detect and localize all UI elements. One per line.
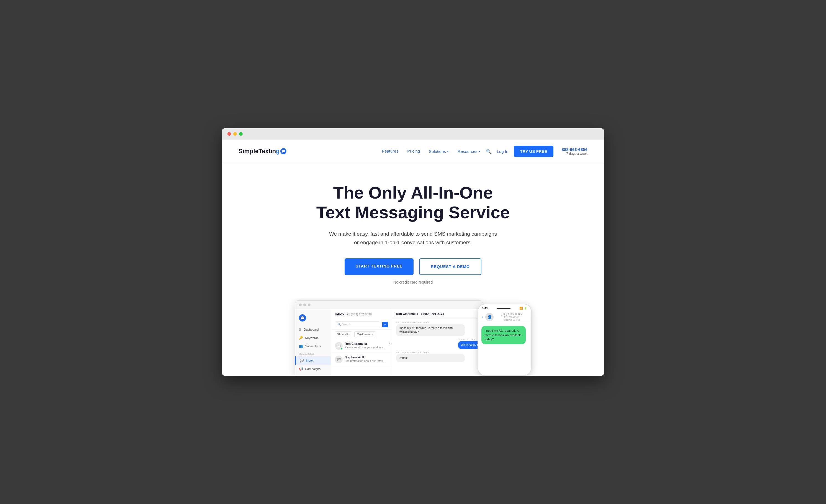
phone-green-bubble: I need my AC repaired. Is there a techni…	[481, 326, 526, 344]
phone-notch	[497, 308, 511, 309]
keywords-icon: 🔑	[299, 336, 303, 340]
phone-hours: 7 days a week	[566, 152, 588, 155]
chat-label-1: Ron Ciaramella Mar 25, 11:09 AM	[396, 321, 465, 324]
battery-icon: 🔋	[524, 307, 527, 310]
nav-pricing[interactable]: Pricing	[407, 149, 420, 153]
inbox-phone-number: +1 (833) 602-8038	[347, 313, 372, 316]
filter-show-all[interactable]: Show all	[335, 331, 352, 337]
sidebar-subscribers-label: Subscribers	[305, 344, 321, 348]
filter-row: Show all Most recent	[331, 330, 392, 339]
avatar-stephen: SW	[335, 356, 343, 363]
preview-section: 💬 ⊞ Dashboard 🔑 Keywords 👥 Subscrib	[222, 298, 604, 376]
phone-contact-info: (833) 602-8038 > Text Message Today 2:50…	[496, 313, 527, 321]
filter-most-recent[interactable]: Most recent	[354, 331, 375, 337]
search-icon[interactable]: 🔍	[486, 149, 491, 154]
try-us-free-button[interactable]: TRY US FREE	[514, 146, 553, 157]
page-content: SimpleTexting 💬 Features Pricing Solutio…	[222, 139, 604, 376]
phone-back-button[interactable]: ‹	[482, 315, 483, 319]
nav-login[interactable]: Log In	[497, 149, 509, 154]
browser-close-dot[interactable]	[227, 132, 231, 136]
phone-status-bar: 5:41 📶 🔋	[478, 304, 531, 311]
conversation-item-stephen[interactable]: SW Stephen Wolf For information about ou…	[331, 353, 392, 366]
sidebar-subscribers[interactable]: 👥 Subscribers	[295, 342, 331, 350]
convo-time-ron: 3m	[389, 342, 392, 345]
phone-status-icons: 📶 🔋	[519, 307, 527, 310]
conversation-list-panel: Inbox +1 (833) 602-8038 🔍 Search ✏ Show …	[331, 309, 392, 376]
navbar: SimpleTexting 💬 Features Pricing Solutio…	[222, 139, 604, 164]
phone-contact-avatar: 👤	[485, 313, 493, 321]
request-demo-button[interactable]: REQUEST A DEMO	[419, 258, 481, 275]
phone-time: 5:41	[482, 307, 488, 310]
phone-messages: I need my AC repaired. Is there a techni…	[478, 323, 531, 347]
convo-name-stephen: Stephen Wolf	[345, 356, 388, 359]
convo-preview-stephen: For information about our rates, plea...	[345, 360, 387, 363]
hero-subtitle: We make it easy, fast and affordable to …	[327, 230, 499, 247]
inbox-icon: 💬	[300, 359, 304, 363]
app-sidebar: 💬 ⊞ Dashboard 🔑 Keywords 👥 Subscrib	[295, 309, 331, 376]
chat-msg-received-2: Ron Ciaramella Mar 25, 11:06 AM Perfect	[396, 351, 465, 362]
convo-name-ron: Ron Ciaramella	[345, 342, 387, 345]
wifi-icon: 📶	[519, 307, 523, 310]
sidebar-campaigns[interactable]: 📢 Campaigns	[295, 365, 331, 373]
browser-chrome	[222, 128, 604, 139]
search-placeholder: Search	[342, 323, 351, 326]
sidebar-inbox-label: Inbox	[306, 359, 313, 362]
online-indicator	[341, 348, 343, 350]
compose-button[interactable]: ✏	[382, 322, 388, 327]
sidebar-logo: 💬	[295, 313, 331, 325]
start-texting-button[interactable]: START TEXTING FREE	[345, 258, 414, 275]
phone-type-label: Text Message	[496, 316, 527, 318]
convo-preview-ron: Please send over your address and...	[345, 346, 387, 349]
inbox-search[interactable]: 🔍 Search	[335, 321, 380, 327]
phone-chat-header: ‹ 👤 (833) 602-8038 > Text Message Today …	[478, 311, 531, 323]
conversation-item-ron[interactable]: RO Ron Ciaramella Please send over your …	[331, 339, 392, 353]
nav-resources[interactable]: Resources	[458, 149, 480, 154]
sidebar-campaigns-label: Campaigns	[305, 367, 321, 371]
hero-title: The Only All-In-One Text Messaging Servi…	[238, 183, 588, 223]
nav-links: Features Pricing Solutions Resources	[382, 149, 480, 154]
nav-features[interactable]: Features	[382, 149, 398, 153]
desktop-app-mockup: 💬 ⊞ Dashboard 🔑 Keywords 👥 Subscrib	[295, 301, 483, 376]
sidebar-dashboard[interactable]: ⊞ Dashboard	[295, 325, 331, 334]
logo[interactable]: SimpleTexting 💬	[238, 147, 286, 155]
sidebar-dashboard-label: Dashboard	[304, 328, 319, 331]
browser-minimize-dot[interactable]	[233, 132, 237, 136]
chat-messages: Ron Ciaramella Mar 25, 11:09 AM I need m…	[392, 318, 483, 376]
sidebar-messages-label: Messages	[295, 350, 331, 357]
phone-number: 888-663-6856	[562, 147, 588, 152]
hero-section: The Only All-In-One Text Messaging Servi…	[222, 164, 604, 298]
sidebar-keywords[interactable]: 🔑 Keywords	[295, 334, 331, 342]
chat-header: Ron Ciaramella +1 (954) 701-2171	[392, 309, 483, 318]
phone-mockup: 5:41 📶 🔋 ‹ 👤 (833) 602-8038 > Text Messa…	[478, 304, 532, 376]
app-body: 💬 ⊞ Dashboard 🔑 Keywords 👥 Subscrib	[295, 309, 483, 376]
convo-info-stephen: Stephen Wolf For information about our r…	[345, 356, 388, 363]
sidebar-keywords-label: Keywords	[305, 336, 318, 339]
search-icon-small: 🔍	[337, 323, 341, 326]
phone-contact-number: (833) 602-8038 >	[496, 313, 527, 316]
mock-dot-2	[303, 304, 306, 306]
avatar-ron: RO	[335, 342, 343, 350]
phone-received-msg: I need my AC repaired. Is there a techni…	[481, 326, 526, 344]
chat-label-3: Ron Ciaramella Mar 25, 11:06 AM	[396, 351, 465, 354]
inbox-header: Inbox +1 (833) 602-8038	[331, 309, 392, 319]
convo-info-ron: Ron Ciaramella Please send over your add…	[345, 342, 387, 349]
mock-dot-1	[299, 304, 302, 306]
subscribers-icon: 👥	[299, 344, 303, 348]
browser-window: SimpleTexting 💬 Features Pricing Solutio…	[222, 128, 604, 376]
inbox-toolbar: 🔍 Search ✏	[331, 319, 392, 330]
chat-bubble-received-1: I need my AC repaired. Is there a techni…	[396, 324, 465, 336]
conversation-list: RO Ron Ciaramella Please send over your …	[331, 339, 392, 366]
chat-msg-received-1: Ron Ciaramella Mar 25, 11:09 AM I need m…	[396, 321, 465, 336]
phone-info: 888-663-6856 7 days a week	[562, 147, 588, 155]
dashboard-icon: ⊞	[299, 328, 302, 331]
chat-bubble-received-2: Perfect	[396, 354, 465, 362]
sidebar-logo-icon: 💬	[299, 314, 306, 321]
logo-icon: 💬	[280, 148, 286, 154]
nav-solutions[interactable]: Solutions	[429, 149, 449, 154]
sidebar-inbox[interactable]: 💬 Inbox	[295, 357, 331, 365]
browser-fullscreen-dot[interactable]	[239, 132, 243, 136]
campaigns-icon: 📢	[299, 367, 303, 371]
logo-text-simple: SimpleTextin	[238, 147, 276, 155]
mockup-titlebar	[295, 301, 483, 309]
phone-date-label: Today 2:50 PM	[496, 318, 527, 321]
